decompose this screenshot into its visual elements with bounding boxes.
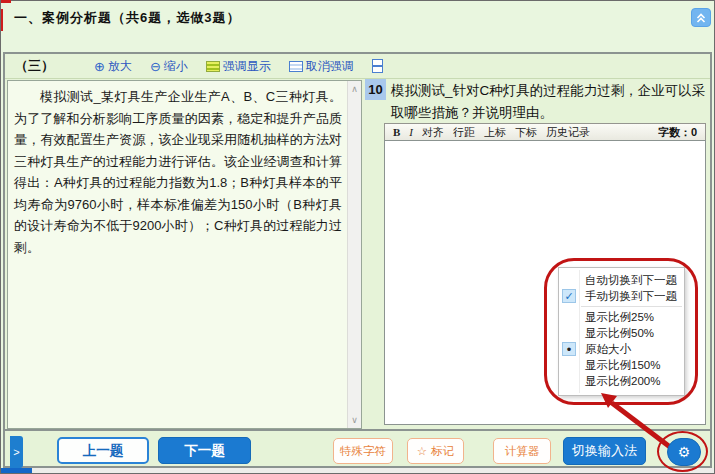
zoom-in-label: 放大	[108, 58, 132, 75]
line-spacing-button[interactable]: 行距	[453, 125, 475, 140]
split-view-button[interactable]	[372, 59, 383, 73]
cancel-highlight-icon	[289, 61, 303, 72]
cancel-highlight-button[interactable]: 取消强调	[289, 58, 354, 75]
menu-item-scale-25[interactable]: 显示比例25%	[559, 309, 684, 325]
mark-label: 标记	[431, 444, 454, 459]
passage-panel: 模拟测试_某灯具生产企业生产A、B、C三种灯具。为了了解和分析影响工序质量的因素…	[7, 80, 362, 429]
selected-radio-box: •	[562, 342, 576, 356]
italic-button[interactable]: I	[409, 126, 413, 138]
subsection-label: （三）	[15, 57, 54, 75]
highlight-label: 强调显示	[223, 58, 271, 75]
question-number: 10	[365, 79, 386, 100]
bottom-edge-blue-chunk	[0, 468, 32, 474]
passage-text: 模拟测试_某灯具生产企业生产A、B、C三种灯具。为了了解和分析影响工序质量的因素…	[14, 86, 342, 258]
highlight-icon	[206, 61, 220, 72]
settings-gear-button[interactable]: ⚙	[667, 438, 701, 466]
align-button[interactable]: 对齐	[422, 125, 444, 140]
exam-window: 一、案例分析题（共6题，选做3题） （三） ⊕ 放大 ⊖ 缩小 强调显示 取消强…	[0, 0, 715, 474]
zoom-out-label: 缩小	[164, 58, 188, 75]
menu-item-manual-next-label: 手动切换到下一题	[585, 290, 677, 302]
word-count-label: 字数：	[658, 126, 691, 138]
previous-question-button[interactable]: 上一题	[57, 437, 149, 464]
menu-item-original-size-label: 原始大小	[585, 343, 631, 355]
history-button[interactable]: 历史记录	[546, 125, 590, 140]
menu-item-original-size[interactable]: • 原始大小	[559, 341, 684, 357]
menu-item-scale-200[interactable]: 显示比例200%	[559, 373, 684, 389]
star-icon: ☆	[417, 444, 427, 458]
checked-box: ✓	[562, 289, 576, 303]
settings-popup-menu: 自动切换到下一题 ✓ 手动切换到下一题 显示比例25% 显示比例50% • 原始…	[558, 267, 685, 396]
red-annotation-dash	[1, 0, 11, 3]
gear-icon: ⚙	[678, 444, 691, 460]
answer-editor-toolbar: B I 对齐 行距 上标 下标 历史记录 字数：0	[384, 123, 706, 141]
calculator-button[interactable]: 计算器	[493, 438, 551, 464]
menu-item-scale-50[interactable]: 显示比例50%	[559, 325, 684, 341]
mark-button[interactable]: ☆ 标记	[407, 438, 464, 464]
menu-item-auto-next[interactable]: 自动切换到下一题	[559, 272, 684, 288]
subscript-button[interactable]: 下标	[515, 125, 537, 140]
chevron-right-icon: >	[13, 446, 19, 458]
word-count-value: 0	[691, 126, 697, 138]
zoom-in-icon: ⊕	[94, 60, 105, 73]
section-title: 一、案例分析题（共6题，选做3题）	[14, 9, 240, 27]
menu-separator	[581, 306, 682, 307]
passage-toolbar: （三） ⊕ 放大 ⊖ 缩小 强调显示 取消强调	[5, 54, 710, 79]
next-question-button[interactable]: 下一题	[158, 437, 251, 464]
check-icon: ✓	[564, 291, 573, 302]
cancel-highlight-label: 取消强调	[306, 58, 354, 75]
word-count: 字数：0	[658, 125, 697, 140]
side-panel-toggle[interactable]: >	[10, 436, 23, 468]
passage-scrollbar[interactable]: ∧ ∨	[347, 81, 361, 428]
split-view-icon	[372, 59, 383, 73]
zoom-out-button[interactable]: ⊖ 缩小	[150, 58, 188, 75]
scroll-up-arrow[interactable]: ∧	[348, 82, 361, 96]
collapse-icon	[695, 12, 707, 24]
bottom-edge-strip	[0, 468, 715, 474]
collapse-panel-button[interactable]	[691, 8, 711, 27]
superscript-button[interactable]: 上标	[484, 125, 506, 140]
menu-item-manual-next[interactable]: ✓ 手动切换到下一题	[559, 288, 684, 304]
bold-button[interactable]: B	[393, 126, 400, 138]
special-characters-button[interactable]: 特殊字符	[333, 438, 393, 464]
question-text: 模拟测试_针对C种灯具的过程能力过剩，企业可以采取哪些措施？并说明理由。	[391, 80, 708, 124]
footer-divider	[3, 429, 712, 431]
switch-ime-button[interactable]: 切换输入法	[563, 437, 646, 465]
scroll-down-arrow[interactable]: ∨	[348, 413, 361, 427]
radio-dot-icon: •	[567, 343, 572, 356]
zoom-in-button[interactable]: ⊕ 放大	[94, 58, 132, 75]
red-annotation-tick	[1, 9, 3, 31]
highlight-button[interactable]: 强调显示	[206, 58, 271, 75]
zoom-out-icon: ⊖	[150, 60, 161, 73]
menu-item-scale-150[interactable]: 显示比例150%	[559, 357, 684, 373]
